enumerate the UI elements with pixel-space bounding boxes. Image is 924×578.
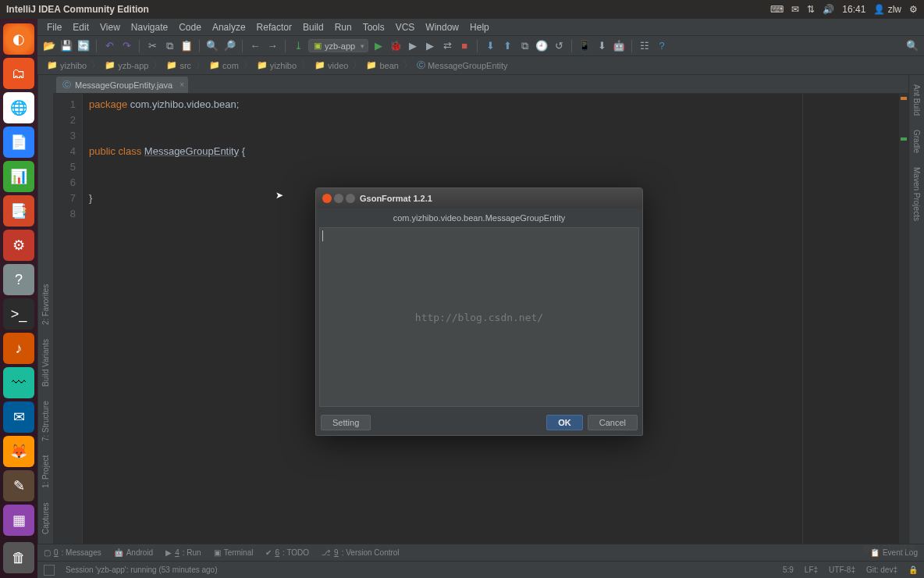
impress-icon[interactable]: 📑 [3,195,34,227]
menu-view[interactable]: View [95,20,125,34]
find-icon[interactable]: 🔍 [205,39,219,53]
maximize-window-icon[interactable] [346,194,355,203]
tool-windows-toggle[interactable] [44,565,55,576]
menu-file[interactable]: File [42,20,66,34]
close-window-icon[interactable] [322,194,332,203]
save-icon[interactable]: 💾 [59,39,73,53]
menu-edit[interactable]: Edit [68,20,94,34]
sound-icon[interactable]: 🔊 [823,4,834,15]
warning-mark[interactable] [901,97,907,100]
vcs-update-icon[interactable]: ⬇ [483,39,497,53]
caret-position[interactable]: 5:9 [783,566,794,574]
vcs-revert-icon[interactable]: ↺ [552,39,566,53]
run-config-selector[interactable]: ▣ yzb-app [308,39,368,52]
right-strip-gradle[interactable]: Gradle [911,127,922,156]
close-tab-icon[interactable]: × [179,80,184,89]
ok-mark[interactable] [901,137,907,141]
right-strip-ant-build[interactable]: Ant Build [911,81,922,119]
encoding[interactable]: UTF-8‡ [829,566,855,574]
git-branch[interactable]: Git: dev‡ [866,566,897,574]
dialog-titlebar[interactable]: GsonFormat 1.2.1 [316,188,642,209]
left-strip-1-project[interactable]: 1: Project [40,452,52,491]
menu-vcs[interactable]: VCS [391,20,420,34]
json-input-textarea[interactable]: http://blog.csdn.net/ [319,227,639,407]
vcs-commit-icon[interactable]: ⬆ [500,39,514,53]
trash-icon[interactable]: 🗑 [3,542,34,573]
menu-run[interactable]: Run [330,20,357,34]
settings-icon[interactable]: ⚙ [3,230,34,261]
avd-icon[interactable]: 📱 [578,39,592,53]
bottom-tool-terminal[interactable]: ▣ Terminal [214,548,254,557]
forward-icon[interactable]: → [265,39,279,53]
editor-tab[interactable]: Ⓒ MessageGroupEntity.java × [56,77,188,93]
undo-icon[interactable]: ↶ [102,39,116,53]
copy-icon[interactable]: ⧉ [162,39,176,53]
breadcrumb-video[interactable]: 📁video [311,59,351,71]
left-strip-build-variants[interactable]: Build Variants [40,337,52,391]
menu-window[interactable]: Window [421,20,464,34]
help-icon[interactable]: ? [655,39,669,53]
run-icon[interactable]: ▶ [371,39,386,53]
sdk-icon[interactable]: ⬇ [595,39,609,53]
vcs-diff-icon[interactable]: ⧉ [517,39,531,53]
monitor-icon[interactable]: 🤖 [612,39,626,53]
monitor-icon[interactable]: 〰 [3,367,34,398]
structure-icon[interactable]: ☷ [638,39,652,53]
bottom-tool-messages[interactable]: ▢ 0: Messages [44,548,101,557]
breadcrumb-com[interactable]: 📁com [206,59,242,71]
search-everywhere-icon[interactable]: 🔍 [905,39,919,53]
menu-code[interactable]: Code [174,20,206,34]
profile-icon[interactable]: ▶ [423,39,437,53]
left-strip-2-favorites[interactable]: 2: Favorites [40,281,52,328]
menu-refactor[interactable]: Refactor [252,20,297,34]
open-icon[interactable]: 📂 [42,39,56,53]
music-icon[interactable]: ♪ [3,333,34,364]
minimize-window-icon[interactable] [334,194,343,203]
firefox-icon[interactable]: 🦊 [3,436,34,467]
calc-icon[interactable]: 📊 [3,161,34,192]
session-icon[interactable]: ⚙ [909,4,918,15]
bottom-tool-run[interactable]: ▶ 4: Run [165,548,201,557]
ok-button[interactable]: OK [546,415,583,430]
menu-navigate[interactable]: Navigate [126,20,172,34]
breadcrumb-yizhibo[interactable]: 📁yizhibo [254,59,300,71]
build-icon[interactable]: ⤓ [291,39,305,53]
breadcrumb-src[interactable]: 📁src [163,59,194,71]
attach-icon[interactable]: ⇄ [440,39,454,53]
menu-analyze[interactable]: Analyze [208,20,251,34]
editor-icon[interactable]: ✎ [3,470,34,501]
setting-button[interactable]: Setting [321,415,371,430]
help-icon[interactable]: ? [3,264,34,295]
menu-tools[interactable]: Tools [358,20,389,34]
bottom-tool-android[interactable]: 🤖 Android [114,548,153,557]
cancel-button[interactable]: Cancel [588,415,638,430]
network-icon[interactable]: ⇅ [807,4,815,15]
menu-build[interactable]: Build [298,20,329,34]
line-separator[interactable]: LF‡ [805,566,818,574]
bottom-tool-version-control[interactable]: ⎇ 9: Version Control [322,548,400,557]
back-icon[interactable]: ← [248,39,262,53]
breadcrumb-bean[interactable]: 📁bean [363,59,401,71]
keyboard-icon[interactable]: ⌨ [770,4,784,15]
chrome-icon[interactable]: 🌐 [3,92,34,123]
left-strip-7-structure[interactable]: 7: Structure [40,398,52,444]
breadcrumb-yzb-app[interactable]: 📁yzb-app [101,59,151,71]
files-icon[interactable]: 🗂 [3,58,34,89]
replace-icon[interactable]: 🔎 [222,39,236,53]
breadcrumb-messagegroupentity[interactable]: ⒸMessageGroupEntity [414,59,511,72]
cut-icon[interactable]: ✂ [145,39,159,53]
readonly-lock-icon[interactable]: 🔒 [908,566,918,574]
redo-icon[interactable]: ↷ [119,39,133,53]
thunderbird-icon[interactable]: ✉ [3,401,34,433]
sync-icon[interactable]: 🔄 [76,39,91,53]
writer-icon[interactable]: 📄 [3,127,34,158]
menu-help[interactable]: Help [465,20,494,34]
dash-icon[interactable]: ◐ [3,23,34,55]
workspace-icon[interactable]: ▦ [3,505,34,536]
paste-icon[interactable]: 📋 [179,39,194,53]
vcs-history-icon[interactable]: 🕘 [535,39,549,53]
mail-icon[interactable]: ✉ [791,4,799,15]
right-strip-maven-projects[interactable]: Maven Projects [911,164,922,224]
stop-icon[interactable]: ■ [457,39,471,53]
bottom-tool-todo[interactable]: ✔ 6: TODO [265,548,309,557]
